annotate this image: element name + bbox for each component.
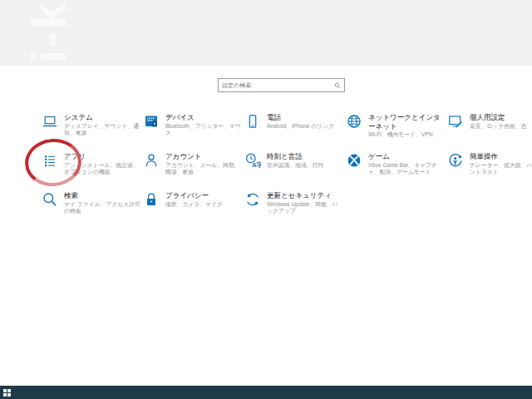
category-title: ゲーム <box>368 152 445 161</box>
apps-list-icon <box>42 152 58 169</box>
category-subtitle: マイ ファイル、アクセス許可の検索 <box>64 201 140 216</box>
category-title: 個人用設定 <box>470 113 532 122</box>
category-title: 電話 <box>267 113 343 122</box>
ease-of-access-icon <box>447 152 464 169</box>
taskbar <box>0 386 532 399</box>
category-title: プライバシー <box>165 191 242 200</box>
category-subtitle: 音声認識、地域、日付 <box>267 162 343 170</box>
category-title: 時刻と言語 <box>267 152 343 161</box>
category-subtitle: ナレーター、拡大鏡、ハイコントラスト <box>470 162 532 177</box>
category-subtitle: Wi-Fi、機内モード、VPN <box>368 131 445 139</box>
search-icon <box>334 82 341 89</box>
category-subtitle: Android、iPhone のリンク <box>267 123 343 131</box>
category-tile-phone[interactable]: 電話 Android、iPhone のリンク <box>244 111 346 150</box>
category-tile-network[interactable]: ネットワークとインターネット Wi-Fi、機内モード、VPN <box>346 111 447 150</box>
category-tile-ease-of-access[interactable]: 簡単操作 ナレーター、拡大鏡、ハイコントラスト <box>447 150 532 190</box>
windows-logo-icon <box>3 389 11 397</box>
start-button[interactable] <box>0 386 13 399</box>
globe-icon <box>346 113 362 130</box>
category-tile-personalization[interactable]: 個人用設定 背景、ロック画面、色 <box>447 111 532 150</box>
settings-category-grid: システム ディスプレイ、サウンド、通知、電源 デバイス Bluetooth、プリ… <box>42 111 532 229</box>
category-tile-search[interactable]: 検索 マイ ファイル、アクセス許可の検索 <box>42 190 143 229</box>
category-tile-accounts[interactable]: アカウント アカウント、メール、同期、職場、家族 <box>143 150 244 190</box>
keyboard-icon <box>143 113 160 130</box>
lock-icon <box>143 191 160 208</box>
category-tile-apps[interactable]: アプリ アンインストール、既定値、オプションの機能 <box>42 150 143 190</box>
category-subtitle: 背景、ロック画面、色 <box>470 123 532 131</box>
magnifier-icon <box>42 191 58 208</box>
category-tile-update-security[interactable]: 更新とセキュリティ Windows Update、回復、バックアップ <box>244 190 346 229</box>
category-subtitle: Bluetooth、プリンター、マウス <box>165 123 242 138</box>
svg-text:A字: A字 <box>252 161 261 169</box>
category-tile-gaming[interactable]: ゲーム Xbox Game Bar、キャプチャ、配信、ゲームモード <box>346 150 447 190</box>
phone-icon <box>244 113 261 130</box>
category-title: アプリ <box>64 152 140 161</box>
category-subtitle: アンインストール、既定値、オプションの機能 <box>64 162 140 177</box>
category-tile-privacy[interactable]: プライバシー 場所、カメラ、マイク <box>143 190 244 229</box>
category-subtitle: Windows Update、回復、バックアップ <box>267 201 343 216</box>
category-title: デバイス <box>165 113 242 122</box>
category-title: 更新とセキュリティ <box>267 191 343 200</box>
category-title: 検索 <box>64 191 140 200</box>
category-subtitle: ディスプレイ、サウンド、通知、電源 <box>64 123 140 138</box>
category-tile-time-language[interactable]: A字 時刻と言語 音声認識、地域、日付 <box>244 150 346 190</box>
category-subtitle: アカウント、メール、同期、職場、家族 <box>165 162 242 177</box>
banner-watermark-text: i-k <box>21 0 76 63</box>
category-subtitle: 場所、カメラ、マイク <box>165 201 242 209</box>
search-placeholder: 設定の検索 <box>222 82 334 88</box>
category-tile-system[interactable]: システム ディスプレイ、サウンド、通知、電源 <box>42 111 143 150</box>
category-title: アカウント <box>165 152 242 161</box>
xbox-icon <box>346 152 362 169</box>
clock-language-icon: A字 <box>244 152 261 169</box>
settings-search-input[interactable]: 設定の検索 <box>218 78 345 92</box>
display-pen-icon <box>447 113 464 130</box>
laptop-icon <box>42 113 58 130</box>
category-tile-devices[interactable]: デバイス Bluetooth、プリンター、マウス <box>143 111 244 150</box>
category-subtitle: Xbox Game Bar、キャプチャ、配信、ゲームモード <box>368 162 445 177</box>
sync-icon <box>244 191 261 208</box>
category-title: 簡単操作 <box>470 152 532 161</box>
person-icon <box>143 152 160 169</box>
page-banner: i-k <box>0 0 532 66</box>
category-title: ネットワークとインターネット <box>368 113 445 131</box>
category-title: システム <box>64 113 140 122</box>
